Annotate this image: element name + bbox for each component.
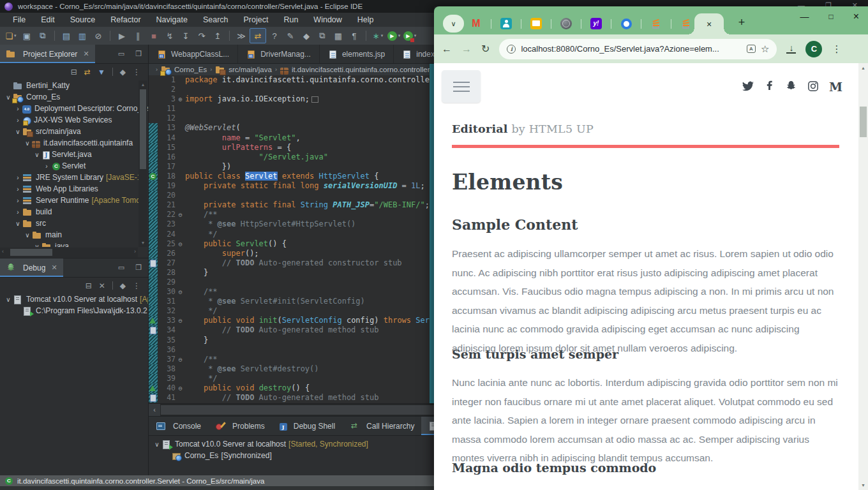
tree-item[interactable]: ›Server Runtime[Apache Tomcat v10.0] <box>0 195 148 206</box>
collapse-all-icon[interactable]: ⊟ <box>86 281 92 290</box>
chrome-minimize-button[interactable]: — <box>800 11 809 22</box>
medium-icon[interactable]: M <box>829 81 842 93</box>
collapsed-arrow-icon[interactable]: › <box>13 174 22 181</box>
tab-search-button[interactable]: ∨ <box>443 15 464 33</box>
instagram-icon[interactable] <box>807 80 819 94</box>
step-over-icon[interactable]: ↷ <box>194 29 209 43</box>
facebook-icon[interactable] <box>764 80 775 94</box>
tree-item[interactable]: ∨src/main/java <box>0 126 148 137</box>
save-icon[interactable]: ▣ <box>19 29 34 43</box>
scroll-down-icon[interactable]: ▼ <box>858 483 868 487</box>
address-bar[interactable]: i localhost:8080/Corno_Es/Servlet.java?A… <box>499 39 777 59</box>
page-scrollbar[interactable]: ▲ ▼ <box>858 63 868 490</box>
view-menu-icon[interactable]: ⋮ <box>133 68 140 77</box>
view-menu-icon[interactable]: ⋮ <box>133 281 140 290</box>
scrollbar-thumb[interactable] <box>860 107 867 137</box>
expanded-arrow-icon[interactable]: ∨ <box>13 220 22 227</box>
collapsed-arrow-icon[interactable]: › <box>13 186 22 193</box>
minimize-panel-icon[interactable]: ▭ <box>118 50 124 58</box>
run-icon[interactable]: ▶▾ <box>386 29 401 43</box>
console-icon[interactable]: ▥ <box>75 29 90 43</box>
fold-toggle-icon[interactable]: ⊕ <box>176 94 185 104</box>
collapsed-arrow-icon[interactable]: › <box>13 105 22 112</box>
tree-item[interactable]: ›Deployment Descriptor: Corno_Es <box>0 103 148 114</box>
minimize-panel-icon[interactable]: ▭ <box>118 264 124 272</box>
tab-console[interactable]: Console <box>149 417 208 435</box>
snapchat-icon[interactable] <box>785 80 797 94</box>
class-file-icon[interactable]: ▤ <box>59 29 74 43</box>
twitter-icon[interactable] <box>742 80 754 94</box>
scroll-up-icon[interactable]: ▲ <box>858 66 868 70</box>
hover-help-icon[interactable]: ? <box>267 29 282 43</box>
step-into-icon[interactable]: ↧ <box>178 29 193 43</box>
remove-terminated-icon[interactable]: ✕ <box>99 281 105 290</box>
tab-call-hierarchy[interactable]: ⇄Call Hierarchy <box>342 417 421 435</box>
show-execution-icon[interactable]: ≫ <box>234 29 249 43</box>
collapsed-arrow-icon[interactable]: › <box>13 209 22 216</box>
menu-navigate[interactable]: Navigate <box>149 15 195 24</box>
translate-icon[interactable]: A <box>747 45 756 53</box>
link-with-editor-icon[interactable]: ⇄ <box>84 68 91 77</box>
tab-debug[interactable]: Debug ✕ <box>0 258 63 277</box>
menu-edit[interactable]: Edit <box>33 15 63 24</box>
use-step-filters-icon[interactable]: ⇄ <box>250 28 266 43</box>
menu-project[interactable]: Project <box>236 15 276 24</box>
breadcrumb-item[interactable]: Corno_Es <box>161 65 207 75</box>
blue-app-pinned-tab[interactable] <box>620 17 632 30</box>
site-info-icon[interactable]: i <box>507 45 516 54</box>
globe-pinned-tab[interactable] <box>560 17 572 30</box>
chrome-close-button[interactable]: × <box>853 11 859 21</box>
fold-toggle-icon[interactable]: ⊖ <box>176 210 185 219</box>
tree-item[interactable]: Bertini_Katty <box>0 80 148 91</box>
resume-icon[interactable]: ▶ <box>114 29 130 43</box>
disconnect-icon[interactable]: ↯ <box>162 29 177 43</box>
forward-button[interactable]: → <box>461 43 472 55</box>
tree-item[interactable]: ∨it.davincifascetti.quintainfa <box>0 137 148 149</box>
focus-icon[interactable]: ◆ <box>120 281 126 290</box>
focus-icon[interactable]: ◆ <box>120 68 126 77</box>
tree-item[interactable]: ›JRE System Library[JavaSE-13] <box>0 172 148 183</box>
close-tab-icon[interactable]: × <box>707 19 712 29</box>
step-return-icon[interactable]: ↥ <box>210 29 225 43</box>
active-tab[interactable]: × <box>694 13 724 34</box>
collapsed-arrow-icon[interactable]: › <box>13 197 22 204</box>
breadcrumb-item[interactable]: src/main/java <box>215 65 272 75</box>
collapse-all-icon[interactable]: ⊟ <box>71 68 77 77</box>
tree-item[interactable]: ›JAX-WS Web Services <box>0 114 148 126</box>
tree-item[interactable]: ∨Tomcat v10.0 Server at localhost[Apache… <box>0 293 148 305</box>
fold-toggle-icon[interactable]: ⊖ <box>176 355 185 364</box>
tree-item[interactable]: C:\Program Files\Java\jdk-13.0.2 <box>0 305 148 316</box>
tree-item[interactable]: ›build <box>0 206 148 218</box>
breadcrumb-item[interactable]: it.davincifascetti.quintainfa.corno.cont… <box>280 66 430 73</box>
expanded-arrow-icon[interactable]: ∨ <box>33 243 41 248</box>
menu-toggle-button[interactable] <box>442 70 481 103</box>
reload-button[interactable]: ↻ <box>481 43 490 55</box>
editor-tab[interactable]: DriverManag... <box>238 45 320 63</box>
yahoo-pinned-tab[interactable]: y! <box>590 17 602 30</box>
save-all-icon[interactable]: ⧉ <box>35 29 50 43</box>
expanded-arrow-icon[interactable]: ∨ <box>33 151 41 158</box>
editor-tab[interactable]: elements.jsp <box>320 45 394 63</box>
menu-file[interactable]: File <box>5 15 33 24</box>
expanded-arrow-icon[interactable]: ∨ <box>4 94 13 101</box>
fold-toggle-icon[interactable]: ⊖ <box>176 287 185 297</box>
expanded-arrow-icon[interactable]: ∨ <box>153 441 161 448</box>
tab-debug-shell[interactable]: Debug Shell <box>272 417 342 435</box>
suspend-icon[interactable]: ∥ <box>130 29 146 43</box>
expanded-arrow-icon[interactable]: ∨ <box>13 128 22 135</box>
tab-project-explorer[interactable]: Project Explorer ✕ <box>0 45 95 63</box>
chrome-maximize-button[interactable]: □ <box>828 12 833 21</box>
coverage-icon[interactable]: ◆ <box>299 29 314 43</box>
stackoverflow-pinned-tab[interactable] <box>650 17 662 30</box>
url-text[interactable]: localhost:8080/Corno_Es/Servlet.java?Azi… <box>521 44 742 54</box>
fold-toggle-icon[interactable]: ⊖ <box>176 316 185 325</box>
menu-source[interactable]: Source <box>63 15 103 24</box>
maximize-panel-icon[interactable]: ❒ <box>135 264 142 272</box>
project-explorer-hscrollbar[interactable]: ‹› <box>0 248 138 257</box>
tree-item[interactable]: ∨java <box>0 241 148 247</box>
menu-help[interactable]: Help <box>350 15 382 24</box>
chrome-menu-icon[interactable]: ⋮ <box>832 43 841 55</box>
tree-item[interactable]: ∨Servlet.java <box>0 149 148 160</box>
open-resource-icon[interactable]: ⧉ <box>315 29 330 43</box>
external-tools-icon[interactable]: ∗▾ <box>370 29 385 43</box>
